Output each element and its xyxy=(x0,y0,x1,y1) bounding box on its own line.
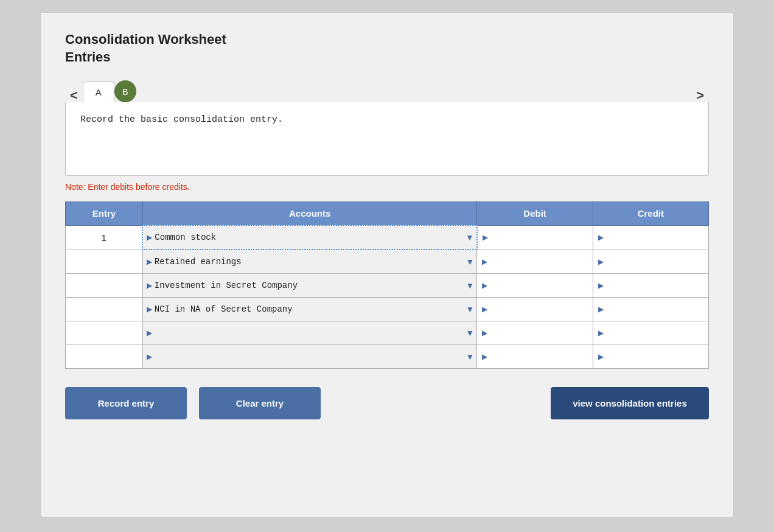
tab-a[interactable]: A xyxy=(83,82,114,102)
credit-arrow-icon-1: ▶ xyxy=(596,257,604,266)
account-arrow-icon-empty-5: ▶ xyxy=(147,352,155,361)
prev-tab-button[interactable]: < xyxy=(65,89,83,102)
account-text-1: Retained earnings xyxy=(155,257,464,267)
note-text: Note: Enter debits before credits. xyxy=(65,182,709,192)
table-row-credit-5[interactable]: ▶ xyxy=(593,345,708,369)
debit-arrow-icon-5: ▶ xyxy=(479,352,487,361)
account-arrow-icon-empty-4: ▶ xyxy=(147,329,155,337)
credit-arrow-icon-4: ▶ xyxy=(596,329,604,337)
account-text-3: NCI in NA of Secret Company xyxy=(155,304,464,314)
table-row-account-4[interactable]: ▶▼ xyxy=(142,321,477,345)
next-tab-button[interactable]: > xyxy=(691,89,709,102)
table-row-entry-0: 1 xyxy=(66,225,143,250)
table-row-entry-4 xyxy=(66,321,143,345)
account-text-0: Common stock xyxy=(155,233,463,242)
credit-arrow-icon-5: ▶ xyxy=(596,352,604,361)
page-title: Consolidation Worksheet Entries xyxy=(65,31,709,66)
view-consolidation-button[interactable]: view consolidation entries xyxy=(551,387,709,419)
table-row-credit-3[interactable]: ▶ xyxy=(593,298,708,321)
account-arrow-icon-0: ▶ xyxy=(147,233,155,242)
dropdown-arrow-icon-5[interactable]: ▼ xyxy=(464,352,477,362)
dropdown-arrow-icon-1[interactable]: ▼ xyxy=(464,257,477,267)
table-row-account-5[interactable]: ▶▼ xyxy=(142,345,477,369)
col-accounts: Accounts xyxy=(142,202,477,226)
tab-b[interactable]: B xyxy=(114,80,136,102)
account-arrow-icon-2: ▶ xyxy=(147,281,155,290)
table-row-account-2[interactable]: ▶Investment in Secret Company▼ xyxy=(142,274,477,298)
table-row-credit-1[interactable]: ▶ xyxy=(593,250,708,274)
credit-arrow-icon-0: ▶ xyxy=(596,233,604,242)
table-row-account-3[interactable]: ▶NCI in NA of Secret Company▼ xyxy=(142,298,477,321)
instruction-text: Record the basic consolidation entry. xyxy=(80,114,694,163)
table-row-entry-1 xyxy=(66,250,143,274)
table-row-debit-5[interactable]: ▶ xyxy=(477,345,593,369)
col-debit: Debit xyxy=(477,202,593,226)
table-row-debit-2[interactable]: ▶ xyxy=(477,274,593,298)
debit-arrow-icon-4: ▶ xyxy=(479,329,487,337)
account-text-2: Investment in Secret Company xyxy=(155,281,464,290)
table-row-credit-2[interactable]: ▶ xyxy=(593,274,708,298)
content-box: Record the basic consolidation entry. xyxy=(65,102,709,176)
table-row-entry-5 xyxy=(66,345,143,369)
buttons-row: Record entry Clear entry view consolidat… xyxy=(65,387,709,419)
table-row-account-1[interactable]: ▶Retained earnings▼ xyxy=(142,250,477,274)
dropdown-arrow-icon-0[interactable]: ▼ xyxy=(463,233,476,242)
dropdown-arrow-icon-2[interactable]: ▼ xyxy=(464,281,477,290)
col-credit: Credit xyxy=(593,202,708,226)
credit-arrow-icon-3: ▶ xyxy=(596,305,604,313)
entry-table: Entry Accounts Debit Credit 1▶Common sto… xyxy=(65,201,709,369)
table-row-debit-1[interactable]: ▶ xyxy=(477,250,593,274)
main-card: Consolidation Worksheet Entries < A B > … xyxy=(40,12,734,517)
table-row-debit-3[interactable]: ▶ xyxy=(477,298,593,321)
table-row-debit-4[interactable]: ▶ xyxy=(477,321,593,345)
col-entry: Entry xyxy=(66,202,143,226)
table-row-credit-0[interactable]: ▶ xyxy=(593,225,708,250)
account-arrow-icon-3: ▶ xyxy=(147,305,155,313)
table-row-account-0[interactable]: ▶Common stock▼ xyxy=(142,225,477,250)
debit-arrow-icon-3: ▶ xyxy=(479,305,487,313)
debit-arrow-icon-2: ▶ xyxy=(479,281,487,290)
table-row-debit-0[interactable]: ▶ xyxy=(477,225,593,250)
dropdown-arrow-icon-4[interactable]: ▼ xyxy=(464,328,477,338)
table-row-credit-4[interactable]: ▶ xyxy=(593,321,708,345)
table-row-entry-3 xyxy=(66,298,143,321)
debit-arrow-icon-0: ▶ xyxy=(480,233,488,242)
record-entry-button[interactable]: Record entry xyxy=(65,387,187,419)
clear-entry-button[interactable]: Clear entry xyxy=(199,387,321,419)
dropdown-arrow-icon-3[interactable]: ▼ xyxy=(464,304,477,314)
table-row-entry-2 xyxy=(66,274,143,298)
account-arrow-icon-1: ▶ xyxy=(147,257,155,266)
credit-arrow-icon-2: ▶ xyxy=(596,281,604,290)
tabs-row: < A B > xyxy=(65,80,709,102)
debit-arrow-icon-1: ▶ xyxy=(479,257,487,266)
